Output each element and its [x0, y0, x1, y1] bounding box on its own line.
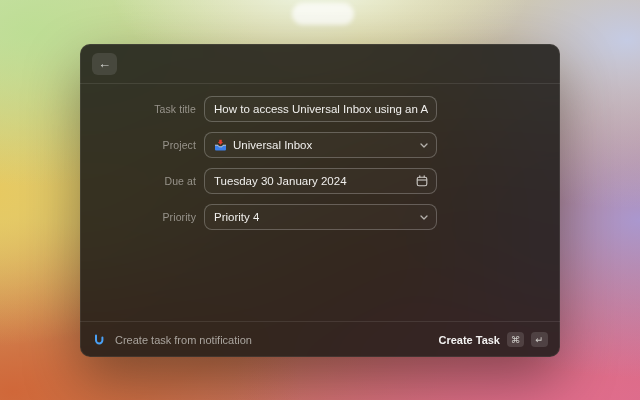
create-task-label: Create Task [438, 334, 500, 346]
project-row: Project Universal Inbox [80, 132, 560, 158]
chevron-down-icon [420, 215, 428, 220]
inbox-tray-icon [214, 139, 227, 152]
footer-command-title: Create task from notification [115, 334, 252, 346]
calendar-icon [416, 175, 428, 187]
footer-command-info: Create task from notification [92, 333, 252, 347]
priority-row: Priority Priority 4 [80, 204, 560, 230]
project-value: Universal Inbox [233, 139, 312, 151]
window-header: ← [80, 44, 560, 84]
chevron-down-icon [420, 143, 428, 148]
priority-select[interactable]: Priority 4 [204, 204, 437, 230]
background-blob [292, 3, 354, 25]
task-title-label: Task title [80, 103, 196, 115]
back-button[interactable]: ← [92, 53, 117, 75]
due-at-label: Due at [80, 175, 196, 187]
priority-label: Priority [80, 211, 196, 223]
create-task-action[interactable]: Create Task ⌘ ↵ [438, 332, 548, 347]
due-at-value: Tuesday 30 January 2024 [214, 175, 347, 187]
task-form: Task title Project Un [80, 84, 560, 230]
universal-inbox-logo-icon [92, 333, 106, 347]
enter-keycap-icon: ↵ [531, 332, 548, 347]
back-icon: ← [98, 53, 111, 75]
priority-value: Priority 4 [214, 211, 259, 223]
project-label: Project [80, 139, 196, 151]
due-at-row: Due at Tuesday 30 January 2024 [80, 168, 560, 194]
project-select[interactable]: Universal Inbox [204, 132, 437, 158]
window-footer: Create task from notification Create Tas… [80, 321, 560, 357]
desktop-background: ← Task title Project [0, 0, 640, 400]
due-at-field[interactable]: Tuesday 30 January 2024 [204, 168, 437, 194]
task-title-field [204, 96, 437, 122]
task-title-input[interactable] [214, 103, 428, 115]
task-title-row: Task title [80, 96, 560, 122]
create-task-window: ← Task title Project [80, 44, 560, 357]
cmd-keycap-icon: ⌘ [507, 332, 524, 347]
